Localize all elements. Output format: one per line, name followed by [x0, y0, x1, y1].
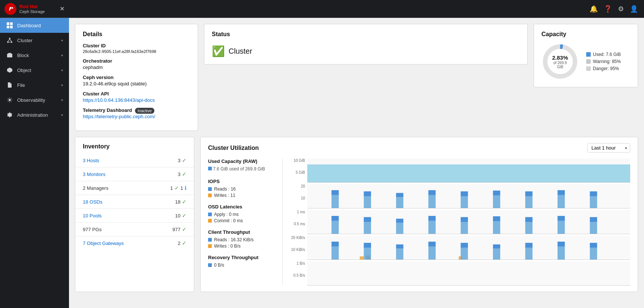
svg-rect-53	[590, 217, 597, 222]
used-capacity-chart: 10 GiB 5 GiB	[289, 158, 630, 183]
capacity-donut: 2.83% of 269.9 GiB	[541, 43, 579, 80]
osds-link[interactable]: 18 OSDs	[83, 199, 175, 205]
content-area: Details Cluster ID 28c6a9c2-9505-11ef-a2…	[69, 18, 644, 308]
sidebar: Red Hat Ceph Storage ✕ Dashboard Cluster…	[0, 0, 69, 308]
svg-rect-43	[428, 216, 436, 221]
svg-point-0	[4, 3, 16, 15]
cluster-api-link[interactable]: https://10.0.64.136:8443/api-docs	[83, 97, 155, 103]
legend-warning-label: Warning: 85%	[593, 59, 621, 64]
y-label-mid: 5 GiB	[289, 170, 305, 175]
metric-client-title: Client Throughput	[208, 229, 276, 235]
svg-rect-62	[428, 246, 436, 260]
hosts-link[interactable]: 3 Hosts	[83, 158, 178, 163]
osd-latencies-chart: 1 ms 0.5 ms	[289, 210, 630, 234]
osd-commit-label: Commit : 0 ms	[214, 218, 243, 223]
list-item: 3 Monitors 3 ✓	[75, 167, 194, 181]
metric-osd-title: OSD Latencies	[208, 204, 276, 210]
sidebar-item-observability[interactable]: Observability ▾	[0, 92, 69, 107]
cluster-api-label: Cluster API	[83, 91, 190, 97]
sidebar-item-label: File	[17, 82, 25, 88]
managers-number2: 1	[180, 185, 183, 191]
telemetry-label: Telemetry Dashboard	[83, 107, 132, 113]
pools-count: 10 ✓	[175, 213, 186, 219]
iops-reads-label: Reads : 16	[214, 186, 236, 192]
gateways-count: 2 ✓	[178, 240, 186, 246]
iops-reads-legend: Reads : 16	[208, 186, 276, 192]
svg-rect-52	[590, 221, 597, 234]
cluster-api-section: Cluster API https://10.0.64.136:8443/api…	[83, 91, 190, 103]
block-icon	[6, 51, 13, 59]
ceph-version-section: Ceph version 19.2.0-46.el9cp squid (stab…	[83, 75, 190, 87]
legend-danger-dot	[586, 66, 591, 71]
gateways-number: 2	[178, 241, 180, 246]
sidebar-item-file[interactable]: File ▾	[0, 78, 69, 92]
chevron-icon: ▾	[61, 83, 63, 87]
y-label-mid: 10 KiB/s	[289, 248, 305, 252]
y-label-mid: 10	[289, 196, 305, 200]
settings-icon[interactable]: ⚙	[618, 5, 624, 13]
iops-writes-dot	[208, 194, 212, 197]
details-title: Details	[83, 31, 190, 38]
svg-rect-20	[364, 195, 371, 208]
sidebar-item-block[interactable]: Block ▾	[0, 48, 69, 63]
svg-rect-38	[364, 221, 371, 234]
metric-recovery-title: Recovery Throughput	[208, 255, 276, 260]
user-icon[interactable]: 👤	[630, 5, 638, 13]
logo-brand: Red Hat	[19, 4, 45, 10]
y-label-top: 20	[289, 184, 305, 188]
telemetry-link[interactable]: https://telemetry-public.ceph.com/	[83, 114, 155, 119]
dashboard-icon	[6, 22, 13, 29]
svg-rect-50	[557, 220, 565, 234]
donut-percentage: 2.83%	[551, 54, 569, 61]
inventory-title: Inventory	[75, 137, 194, 154]
osd-commit-dot	[208, 219, 212, 223]
svg-marker-13	[7, 67, 12, 73]
gateways-link[interactable]: 7 Object Gateways	[83, 241, 178, 246]
svg-rect-68	[493, 244, 500, 248]
pgs-text: 977 PGs	[83, 227, 172, 232]
sidebar-item-cluster[interactable]: Cluster ▾	[0, 33, 69, 48]
cluster-id-value: 28c6a9c2-9505-11ef-a28f-fa163e2f7698	[83, 49, 190, 54]
svg-rect-49	[525, 217, 533, 222]
svg-rect-63	[428, 242, 436, 246]
client-writes-dot	[208, 244, 212, 248]
svg-point-14	[9, 99, 11, 101]
client-writes-legend: Writes : 0 B/s	[208, 243, 276, 249]
time-range-select[interactable]: Last 1 hour Last 6 hours Last 24 hours	[587, 143, 630, 153]
pools-link[interactable]: 10 Pools	[83, 213, 175, 219]
osd-apply-dot	[208, 213, 212, 216]
legend-used: Used: 7.6 GiB	[586, 52, 621, 57]
pgs-number: 977	[172, 227, 180, 232]
sidebar-item-object[interactable]: Object ▾	[0, 63, 69, 78]
sidebar-item-administration[interactable]: Administration ▾	[0, 107, 69, 122]
svg-rect-36	[332, 220, 339, 234]
svg-rect-17	[307, 164, 630, 182]
metric-recovery-throughput: Recovery Throughput 0 B/s	[208, 255, 276, 268]
svg-rect-51	[557, 216, 565, 221]
close-button[interactable]: ✕	[60, 5, 65, 12]
legend-used-label: Used: 7.6 GiB	[593, 52, 621, 57]
svg-rect-47	[493, 216, 500, 221]
notification-icon[interactable]: 🔔	[590, 5, 598, 13]
svg-rect-44	[461, 221, 468, 234]
monitors-link[interactable]: 3 Monitors	[83, 172, 178, 177]
top-cards-row: Details Cluster ID 28c6a9c2-9505-11ef-a2…	[75, 24, 638, 131]
help-icon[interactable]: ❓	[604, 5, 612, 13]
legend-danger: Danger: 95%	[586, 66, 621, 71]
iops-writes-label: Writes : 11	[214, 193, 235, 198]
svg-point-5	[9, 38, 10, 39]
status-cluster-row: ✅ Cluster	[212, 45, 520, 57]
ceph-version-label: Ceph version	[83, 75, 190, 80]
client-svg	[307, 236, 630, 260]
metric-osd-latencies: OSD Latencies Apply : 0 ms Commit : 0 ms	[208, 204, 276, 223]
legend-warning-dot	[586, 59, 591, 64]
monitors-number: 3	[178, 172, 180, 177]
telemetry-section: Telemetry Dashboard Inactive https://tel…	[83, 107, 190, 119]
hosts-ok-icon: ✓	[182, 157, 186, 163]
details-card: Details Cluster ID 28c6a9c2-9505-11ef-a2…	[75, 24, 198, 131]
list-item: 2 Managers 1 ✓ 1 ℹ	[75, 181, 194, 195]
sidebar-item-dashboard[interactable]: Dashboard	[0, 18, 69, 33]
y-label-mid: 0.5 ms	[289, 222, 305, 226]
capacity-legend: Used: 7.6 GiB Warning: 85% Danger: 95%	[586, 52, 621, 71]
osd-apply-label: Apply : 0 ms	[214, 212, 239, 217]
